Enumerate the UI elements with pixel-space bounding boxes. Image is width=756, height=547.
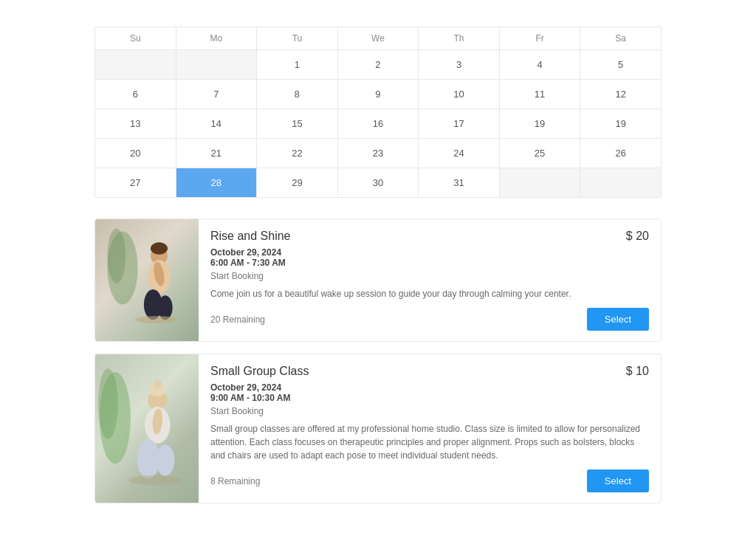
weekday-label: Su	[95, 27, 176, 50]
svg-point-10	[98, 368, 118, 439]
calendar-day-cell[interactable]: 21	[176, 139, 257, 168]
calendar-week-row: 6789101112	[95, 80, 662, 109]
class-time: 9:00 AM - 10:30 AM	[210, 393, 649, 403]
calendar-grid: SuMoTuWeThFrSa 1234567891011121314151617…	[94, 27, 662, 198]
calendar-day-cell[interactable]: 1	[257, 50, 338, 80]
calendar-day-cell[interactable]: 25	[499, 139, 580, 168]
calendar-day-cell[interactable]: 29	[257, 168, 338, 198]
weekday-label: Tu	[257, 27, 338, 50]
class-description: Small group classes are offered at my pr…	[210, 422, 649, 462]
class-footer: 8 Remaining Select	[210, 469, 649, 492]
calendar-day-cell[interactable]: 27	[95, 168, 176, 198]
svg-point-7	[158, 295, 173, 320]
calendar-week-row: 13141516171919	[95, 109, 662, 139]
calendar-body: 1234567891011121314151617191920212223242…	[95, 50, 662, 198]
class-body: Small Group Class $ 10 October 29, 2024 …	[199, 354, 661, 503]
class-header-row: Rise and Shine $ 20	[210, 230, 649, 243]
svg-point-1	[107, 228, 126, 283]
calendar-day-cell[interactable]: 16	[337, 109, 419, 139]
calendar-day-cell[interactable]: 13	[95, 109, 176, 139]
svg-point-3	[151, 242, 168, 255]
calendar-day-cell[interactable]: 19	[499, 109, 580, 139]
calendar-header	[94, 15, 662, 18]
class-price: $ 10	[626, 365, 649, 378]
svg-point-17	[156, 445, 174, 476]
weekday-label: We	[337, 27, 419, 50]
class-booking-status: Start Booking	[210, 406, 649, 416]
class-time: 6:00 AM - 7:30 AM	[210, 258, 649, 268]
calendar-day-cell[interactable]: 2	[337, 50, 419, 80]
calendar-day-cell[interactable]: 3	[419, 50, 500, 80]
calendar-day-cell[interactable]: 31	[419, 168, 500, 198]
calendar-day-cell[interactable]: 30	[337, 168, 419, 198]
calendar-day-cell[interactable]: 9	[337, 80, 419, 109]
calendar-day-cell[interactable]: 23	[337, 139, 419, 168]
class-description: Come join us for a beautiful wake up ses…	[210, 287, 649, 300]
classes-section: Rise and Shine $ 20 October 29, 2024 6:0…	[94, 219, 662, 503]
calendar-day-cell	[580, 168, 662, 198]
class-name: Rise and Shine	[210, 230, 291, 243]
class-name: Small Group Class	[210, 365, 309, 378]
class-card: Rise and Shine $ 20 October 29, 2024 6:0…	[94, 219, 662, 342]
calendar-day-cell[interactable]: 19	[580, 109, 662, 139]
weekday-label: Th	[419, 27, 500, 50]
calendar-day-cell[interactable]: 4	[499, 50, 580, 80]
class-image	[95, 354, 199, 503]
weekday-row: SuMoTuWeThFrSa	[95, 27, 662, 50]
class-footer: 20 Remaining Select	[210, 308, 649, 331]
class-price: $ 20	[626, 230, 649, 243]
calendar-day-cell[interactable]: 20	[95, 139, 176, 168]
calendar-day-cell[interactable]: 10	[419, 80, 500, 109]
weekday-label: Fr	[499, 27, 580, 50]
weekday-label: Mo	[176, 27, 257, 50]
weekday-label: Sa	[580, 27, 662, 50]
svg-point-13	[154, 379, 162, 388]
calendar-day-cell[interactable]: 11	[499, 80, 580, 109]
remaining-count: 8 Remaining	[210, 476, 260, 486]
class-image	[95, 219, 199, 341]
page-container: SuMoTuWeThFrSa 1234567891011121314151617…	[83, 0, 673, 518]
calendar-day-cell[interactable]: 7	[176, 80, 257, 109]
calendar-day-cell[interactable]: 28	[176, 168, 257, 198]
select-button[interactable]: Select	[587, 469, 649, 492]
select-button[interactable]: Select	[587, 308, 649, 331]
class-booking-status: Start Booking	[210, 271, 649, 281]
calendar-day-cell	[499, 168, 580, 198]
remaining-count: 20 Remaining	[210, 314, 265, 325]
calendar-day-cell[interactable]: 22	[257, 139, 338, 168]
class-body: Rise and Shine $ 20 October 29, 2024 6:0…	[199, 219, 661, 341]
calendar-week-row: 12345	[95, 50, 662, 80]
calendar-day-cell[interactable]: 14	[176, 109, 257, 139]
calendar-day-cell	[176, 50, 257, 80]
svg-point-18	[128, 475, 182, 485]
calendar-day-cell[interactable]: 12	[580, 80, 662, 109]
calendar-day-cell[interactable]: 17	[419, 109, 500, 139]
class-card: Small Group Class $ 10 October 29, 2024 …	[94, 354, 662, 503]
calendar-day-cell[interactable]: 6	[95, 80, 176, 109]
calendar-day-cell[interactable]: 15	[257, 109, 338, 139]
calendar-day-cell[interactable]: 24	[419, 139, 500, 168]
calendar-day-cell[interactable]: 8	[257, 80, 338, 109]
calendar-week-row: 2728293031	[95, 168, 662, 198]
calendar-day-cell[interactable]: 5	[580, 50, 662, 80]
calendar-week-row: 20212223242526	[95, 139, 662, 168]
calendar-day-cell[interactable]: 26	[580, 139, 662, 168]
class-date: October 29, 2024	[210, 247, 649, 258]
class-date: October 29, 2024	[210, 382, 649, 393]
calendar-next-btn[interactable]	[378, 15, 387, 18]
svg-point-8	[135, 316, 178, 323]
class-header-row: Small Group Class $ 10	[210, 365, 649, 378]
calendar-day-cell	[95, 50, 176, 80]
